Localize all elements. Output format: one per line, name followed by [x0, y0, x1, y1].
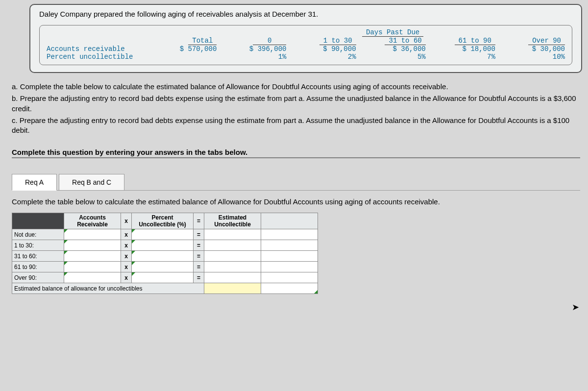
- validation-marker-icon: [132, 229, 135, 233]
- validation-marker-icon: [132, 240, 135, 244]
- pct-input-over-90[interactable]: [132, 272, 194, 283]
- times-op: x: [121, 251, 132, 262]
- validation-marker-icon: [64, 272, 68, 276]
- validation-marker-icon: [132, 262, 135, 265]
- equals-op: =: [194, 251, 204, 262]
- col-61-90: 61 to 90: [455, 37, 495, 45]
- col-0: 0: [253, 37, 286, 45]
- pu-label: Percent uncollectible: [45, 53, 164, 61]
- ar-input-not-due[interactable]: [64, 229, 121, 240]
- pu-1-30: 2%: [288, 53, 358, 61]
- total-extra-input[interactable]: [261, 283, 318, 294]
- est-input-over-90[interactable]: [204, 272, 261, 283]
- est-input-1-30[interactable]: [204, 240, 261, 251]
- table-row: 61 to 90: x =: [12, 262, 318, 272]
- validation-marker-icon: [64, 240, 68, 244]
- validation-marker-icon: [64, 262, 68, 265]
- tabs-prompt-wrap: Complete this question by entering your …: [12, 148, 580, 158]
- table-row: Over 90: x =: [12, 272, 318, 283]
- validation-marker-icon: [314, 290, 318, 293]
- instructions: a. Complete the table below to calculate…: [12, 82, 580, 135]
- ar-1-30: $ 90,000: [288, 45, 358, 53]
- aging-analysis-box: Days Past Due Total 0 1 to 30 31 to 60 6…: [39, 25, 572, 65]
- total-est-input[interactable]: [204, 283, 261, 294]
- tab-req-a[interactable]: Req A: [12, 174, 57, 191]
- ar-61-90: $ 18,000: [428, 45, 497, 53]
- extra-input-not-due[interactable]: [261, 229, 318, 240]
- intro-text: Daley Company prepared the following agi…: [39, 9, 572, 25]
- row-label: 61 to 90:: [12, 262, 64, 272]
- hdr-ar: Accounts Receivable: [64, 213, 121, 229]
- col-31-60: 31 to 60: [385, 37, 425, 45]
- validation-marker-icon: [64, 229, 68, 233]
- est-input-61-90[interactable]: [204, 262, 261, 272]
- ar-31-60: $ 36,000: [358, 45, 428, 53]
- row-label: 1 to 30:: [12, 240, 64, 251]
- equals-op: =: [194, 229, 204, 240]
- tab-req-b-and-c[interactable]: Req B and C: [59, 174, 124, 191]
- answer-area: Complete this question by entering your …: [12, 148, 580, 294]
- col-total: Total: [188, 37, 217, 45]
- times-op: x: [121, 272, 132, 283]
- tabs: Req A Req B and C: [12, 174, 580, 191]
- ar-over-90: $ 30,000: [497, 45, 567, 53]
- equals-op: =: [194, 240, 204, 251]
- extra-input-61-90[interactable]: [261, 262, 318, 272]
- hdr-percent: Percent Uncollectible (%): [132, 213, 194, 229]
- pu-0: 1%: [219, 53, 288, 61]
- col-over-90: Over 90: [528, 37, 565, 45]
- pct-input-not-due[interactable]: [132, 229, 194, 240]
- ar-input-31-60[interactable]: [64, 251, 121, 262]
- pu-over-90: 10%: [497, 53, 567, 61]
- ar-0: $ 396,000: [219, 45, 288, 53]
- instr-a: a. Complete the table below to calculate…: [12, 82, 580, 92]
- ar-label: Accounts receivable: [45, 45, 164, 53]
- pu-total: [164, 53, 219, 61]
- ar-input-over-90[interactable]: [64, 272, 121, 283]
- req-a-text: Complete the table below to calculate th…: [12, 197, 580, 206]
- tabs-prompt: Complete this question by entering your …: [12, 148, 247, 156]
- row-label: Not due:: [12, 229, 64, 240]
- instr-b: b. Prepare the adjusting entry to record…: [12, 94, 580, 114]
- hdr-times: x: [121, 213, 132, 229]
- worksheet-table: Accounts Receivable x Percent Uncollecti…: [12, 213, 318, 294]
- pu-61-90: 7%: [428, 53, 497, 61]
- hdr-est: Estimated Uncollectible: [204, 213, 261, 229]
- equals-op: =: [194, 272, 204, 283]
- row-label: Over 90:: [12, 272, 64, 283]
- ar-input-61-90[interactable]: [64, 262, 121, 272]
- equals-op: =: [194, 262, 204, 272]
- col-1-30: 1 to 30: [319, 37, 356, 45]
- hdr-extra: [261, 213, 318, 229]
- extra-input-1-30[interactable]: [261, 240, 318, 251]
- ar-total: $ 570,000: [164, 45, 219, 53]
- est-input-31-60[interactable]: [204, 251, 261, 262]
- pct-input-61-90[interactable]: [132, 262, 194, 272]
- table-row: 31 to 60: x =: [12, 251, 318, 262]
- total-label: Estimated balance of allowance for uncol…: [12, 283, 204, 294]
- pu-31-60: 5%: [358, 53, 428, 61]
- cursor-icon: ➤: [572, 302, 579, 313]
- problem-panel: Daley Company prepared the following agi…: [29, 4, 582, 73]
- table-row: 1 to 30: x =: [12, 240, 318, 251]
- extra-input-31-60[interactable]: [261, 251, 318, 262]
- times-op: x: [121, 229, 132, 240]
- corner-cell: [12, 213, 64, 229]
- pct-input-1-30[interactable]: [132, 240, 194, 251]
- validation-marker-icon: [132, 251, 135, 254]
- instr-c: c. Prepare the adjusting entry to record…: [12, 116, 580, 136]
- days-past-due-header: Days Past Due: [362, 28, 423, 37]
- extra-input-over-90[interactable]: [261, 272, 318, 283]
- hdr-equals: =: [194, 213, 204, 229]
- est-input-not-due[interactable]: [204, 229, 261, 240]
- total-row: Estimated balance of allowance for uncol…: [12, 283, 318, 294]
- validation-marker-icon: [132, 272, 135, 276]
- validation-marker-icon: [64, 251, 68, 254]
- row-label: 31 to 60:: [12, 251, 64, 262]
- ar-input-1-30[interactable]: [64, 240, 121, 251]
- aging-table: Days Past Due Total 0 1 to 30 31 to 60 6…: [45, 28, 567, 61]
- times-op: x: [121, 240, 132, 251]
- times-op: x: [121, 262, 132, 272]
- pct-input-31-60[interactable]: [132, 251, 194, 262]
- table-row: Not due: x =: [12, 229, 318, 240]
